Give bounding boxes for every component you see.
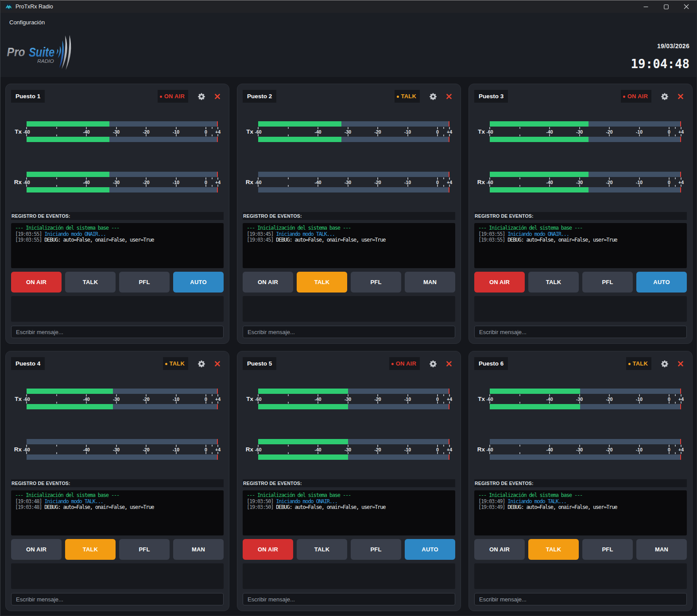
- mode-button-auto[interactable]: AUTO: [173, 272, 224, 293]
- station-panel: Puesto 6 TALK Tx -: [469, 351, 693, 611]
- mode-button-on-air[interactable]: ON AIR: [474, 539, 525, 560]
- close-panel-icon[interactable]: [446, 361, 452, 366]
- message-input[interactable]: [474, 593, 687, 605]
- scale-label: -40: [314, 447, 321, 452]
- mode-button-on-air[interactable]: ON AIR: [11, 539, 62, 560]
- mode-button-pfl[interactable]: PFL: [351, 272, 401, 293]
- message-input[interactable]: [474, 326, 687, 338]
- gear-icon[interactable]: [430, 360, 437, 367]
- peak-marker: [680, 454, 681, 460]
- mode-button-man[interactable]: MAN: [173, 539, 224, 560]
- scale-tick: [288, 135, 289, 136]
- log-line: [19:03:55] Iniciando modo ONAIR...: [15, 231, 220, 238]
- event-log[interactable]: --- Inicialización del sistema base ---[…: [243, 490, 455, 535]
- close-panel-icon[interactable]: [678, 94, 683, 99]
- scale-label: -20: [606, 129, 612, 134]
- mode-button-talk[interactable]: TALK: [528, 539, 579, 560]
- scale-label: -20: [143, 179, 149, 185]
- meter-level-bar: [258, 172, 449, 177]
- mode-button-pfl[interactable]: PFL: [351, 539, 401, 560]
- mode-button-pfl[interactable]: PFL: [582, 272, 633, 293]
- mode-button-man[interactable]: MAN: [636, 539, 687, 560]
- scale-label: 0: [668, 129, 670, 134]
- event-log[interactable]: --- Inicialización del sistema base ---[…: [11, 223, 224, 268]
- log-timestamp: [19:03:50]: [247, 504, 273, 510]
- peak-marker: [680, 121, 681, 127]
- gear-icon[interactable]: [198, 93, 205, 100]
- event-log[interactable]: --- Inicialización del sistema base ---[…: [474, 223, 687, 268]
- scale-label: +4: [678, 179, 684, 185]
- panel-title: Puesto 1: [11, 90, 45, 103]
- message-input[interactable]: [11, 593, 224, 605]
- mode-button-auto[interactable]: AUTO: [636, 272, 687, 293]
- mode-button-talk[interactable]: TALK: [65, 539, 116, 560]
- close-panel-icon[interactable]: [446, 94, 452, 99]
- mode-button-man[interactable]: MAN: [405, 272, 455, 293]
- scale-tick: [86, 401, 87, 404]
- mode-button-pfl[interactable]: PFL: [119, 272, 170, 293]
- tx-meter: Tx -60-40-30-20-100+4: [11, 121, 224, 142]
- log-message: Iniciando modo TALK...: [276, 231, 335, 237]
- event-log[interactable]: --- Inicialización del sistema base ---[…: [243, 223, 455, 268]
- gear-icon[interactable]: [661, 360, 668, 367]
- status-badge: ON AIR: [389, 357, 420, 370]
- close-panel-icon[interactable]: [678, 361, 683, 366]
- log-message: --- Inicialización del sistema base ---: [247, 225, 351, 231]
- scale-label: -30: [345, 129, 351, 134]
- scale-tick: [669, 185, 670, 187]
- panel-header: Puesto 1 ON AIR: [11, 90, 224, 103]
- mode-button-pfl[interactable]: PFL: [582, 539, 633, 560]
- log-timestamp: [19:03:45]: [247, 231, 273, 237]
- gear-icon[interactable]: [661, 93, 668, 100]
- scale-tick: [443, 185, 444, 187]
- log-line: [19:03:48] DEBUG: auto=False, onair=Fals…: [15, 504, 220, 511]
- mode-button-on-air[interactable]: ON AIR: [243, 272, 293, 293]
- scale-label: -60: [486, 447, 493, 452]
- scale-label: -40: [546, 396, 553, 401]
- tx-label: Tx: [474, 396, 485, 402]
- gear-icon[interactable]: [430, 93, 437, 100]
- gear-icon[interactable]: [198, 360, 205, 367]
- menu-configuracion[interactable]: Configuración: [9, 19, 45, 26]
- message-display: [474, 296, 687, 322]
- scale-tick: [56, 394, 57, 396]
- mode-button-auto[interactable]: AUTO: [405, 539, 455, 560]
- message-display: [243, 563, 455, 589]
- minimize-icon[interactable]: [635, 0, 656, 13]
- message-input[interactable]: [243, 326, 455, 338]
- mode-button-talk[interactable]: TALK: [297, 539, 347, 560]
- mode-button-on-air[interactable]: ON AIR: [474, 272, 525, 293]
- menubar: Configuración: [0, 13, 697, 32]
- scale-label: -20: [606, 447, 612, 452]
- scale-tick: [258, 401, 259, 404]
- mode-button-talk[interactable]: TALK: [65, 272, 116, 293]
- meter-level-bar: [258, 121, 449, 127]
- meter-level-bar: [490, 187, 681, 192]
- scale-tick: [288, 452, 289, 454]
- scale-label: 0: [436, 396, 439, 401]
- mode-button-talk[interactable]: TALK: [528, 272, 579, 293]
- scale-label: -10: [636, 129, 643, 134]
- close-panel-icon[interactable]: [215, 94, 220, 99]
- event-log[interactable]: --- Inicialización del sistema base ---[…: [11, 490, 224, 535]
- meter-level-bar: [490, 454, 681, 460]
- close-window-icon[interactable]: [676, 0, 697, 13]
- mode-button-pfl[interactable]: PFL: [119, 539, 170, 560]
- scale-label: -30: [113, 447, 120, 452]
- mode-button-on-air[interactable]: ON AIR: [243, 539, 293, 560]
- mode-buttons: ON AIRTALKPFLMAN: [11, 539, 224, 560]
- window-titlebar: ProTxRx Radio: [0, 0, 697, 13]
- scale-label: -10: [636, 447, 643, 452]
- close-panel-icon[interactable]: [215, 361, 220, 366]
- message-input[interactable]: [243, 593, 455, 605]
- event-log[interactable]: --- Inicialización del sistema base ---[…: [474, 490, 687, 535]
- mode-button-on-air[interactable]: ON AIR: [11, 272, 62, 293]
- maximize-icon[interactable]: [656, 0, 676, 13]
- meter-fill: [490, 389, 580, 394]
- scale-tick: [258, 134, 259, 136]
- message-display: [11, 563, 224, 589]
- brand-row: Pro Suite RADIO 19/03/2026 19:04:48: [0, 32, 697, 79]
- message-input[interactable]: [11, 326, 224, 338]
- scale-tick: [519, 185, 520, 187]
- mode-button-talk[interactable]: TALK: [297, 272, 347, 293]
